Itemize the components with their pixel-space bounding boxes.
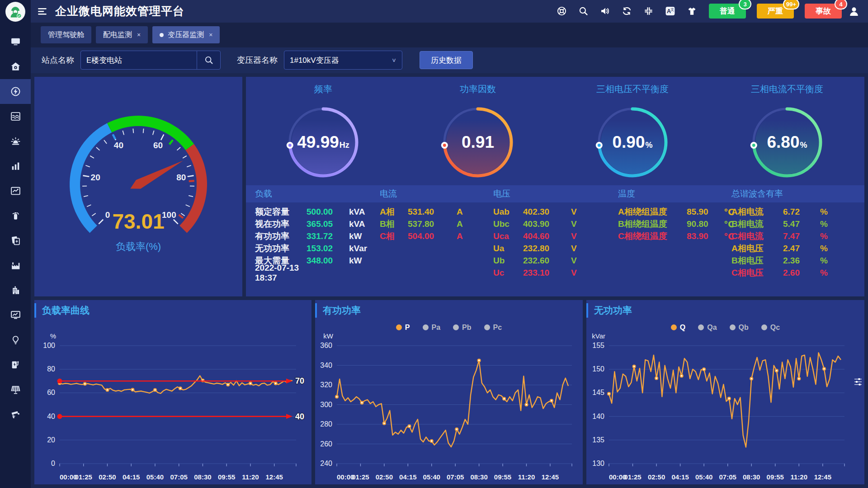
speaker-icon[interactable] <box>600 6 610 16</box>
metric-value: 2.60 <box>783 268 813 278</box>
tab-配电监测[interactable]: 配电监测× <box>96 26 148 43</box>
legend-label: P <box>405 324 410 332</box>
legend-label: Pa <box>432 324 441 332</box>
metric-unit: % <box>820 219 828 229</box>
x-axis-label: 07:05 <box>719 473 736 481</box>
metrics-column: A相531.40AB相537.80AC相504.00A <box>380 206 493 279</box>
trend-chart-icon <box>10 185 21 197</box>
metric-unit: V <box>571 268 577 278</box>
sidebar-item-home-energy[interactable] <box>0 54 31 79</box>
sidebar-item-solar-panel[interactable] <box>0 377 31 402</box>
sidebar-item-cctv-camera[interactable] <box>0 402 31 427</box>
alarm-siren-icon <box>10 136 21 147</box>
compress-icon[interactable] <box>643 6 654 16</box>
y-axis-label: 40 <box>47 413 55 420</box>
alarm-badge-count: 4 <box>835 0 847 9</box>
metric-label: B相电压 <box>731 255 777 267</box>
sidebar-item-building[interactable] <box>0 278 31 303</box>
header: 企业微电网能效管理平台 A文 普通3严重99+事故4 <box>31 0 868 23</box>
sidebar-item-hydro-chart[interactable] <box>0 104 31 129</box>
x-axis-label: 02:50 <box>376 473 393 481</box>
sidebar-item-alarm-siren[interactable] <box>0 129 31 154</box>
alarm-badge-count: 3 <box>739 0 751 9</box>
alarm-badge[interactable]: 严重99+ <box>757 4 794 19</box>
sidebar-item-bulb[interactable] <box>0 328 31 352</box>
metric-row: C相电压2.60% <box>731 267 864 279</box>
help-ring-icon[interactable] <box>557 6 567 16</box>
sidebar-item-factory[interactable] <box>0 253 31 278</box>
legend-label: Pb <box>462 324 471 332</box>
sidebar-item-power-bolt[interactable] <box>0 79 31 104</box>
ring-gauge-title: 频率 <box>246 83 401 96</box>
metric-unit: kVar <box>349 244 367 253</box>
user-icon[interactable] <box>848 5 860 17</box>
legend-dot <box>761 324 767 330</box>
legend-item-Qb[interactable]: Qb <box>730 324 749 332</box>
site-search-input[interactable] <box>81 51 197 69</box>
sidebar-item-report-search[interactable] <box>0 228 31 253</box>
alarm-badge-label: 严重 <box>768 6 783 16</box>
tab-close-icon[interactable]: × <box>209 31 212 38</box>
x-axis-label: 12:45 <box>265 473 283 481</box>
sidebar-item-monitor-dashboard[interactable] <box>0 29 31 54</box>
column-header: 负载 <box>255 188 380 200</box>
search-icon[interactable] <box>578 6 589 16</box>
metric-row: 2022-07-13 18:37 <box>255 267 380 279</box>
metric-row: C相电流7.47% <box>731 230 864 243</box>
metric-value: 232.80 <box>523 244 564 253</box>
x-axis-label: 12:45 <box>814 473 831 481</box>
metric-row: Uab402.30V <box>493 206 618 218</box>
factory-icon <box>10 260 21 271</box>
legend-item-Qc[interactable]: Qc <box>761 324 780 332</box>
legend-item-Pc[interactable]: Pc <box>484 324 502 332</box>
metric-unit: A <box>457 219 463 229</box>
y-axis-label: 150 <box>592 365 604 373</box>
legend-item-Qa[interactable]: Qa <box>698 324 717 332</box>
metric-label: C相电流 <box>731 230 777 242</box>
sidebar-item-trend-chart[interactable] <box>0 178 31 203</box>
alarm-badge[interactable]: 普通3 <box>709 4 746 19</box>
history-data-button[interactable]: 历史数据 <box>420 51 473 69</box>
theme-shirt-icon[interactable] <box>687 6 697 16</box>
alarm-badges: 普通3严重99+事故4 <box>709 4 842 19</box>
datazoom-slider-icon[interactable] <box>854 377 863 387</box>
refresh-icon[interactable] <box>622 6 632 16</box>
reference-line-label: 70 <box>295 376 304 385</box>
metric-unit: % <box>820 207 828 217</box>
sidebar-item-fire-extinguisher[interactable] <box>0 203 31 228</box>
transformer-select[interactable]: 1#10kV变压器 ∨ <box>284 51 402 70</box>
tab-变压器监测[interactable]: 变压器监测× <box>152 26 220 43</box>
sidebar-item-bar-chart[interactable] <box>0 154 31 178</box>
alarm-badge[interactable]: 事故4 <box>805 4 842 19</box>
monitor-dashboard-icon <box>10 36 21 47</box>
cctv-camera-icon <box>10 409 21 420</box>
metric-value: 85.90 <box>687 207 717 217</box>
legend-item-P[interactable]: P <box>396 324 410 332</box>
search-button[interactable] <box>197 51 220 69</box>
sidebar-item-screen-trend[interactable] <box>0 303 31 328</box>
metric-label: A相绕组温度 <box>618 206 680 218</box>
tab-close-icon[interactable]: × <box>137 31 141 38</box>
legend-item-Pb[interactable]: Pb <box>453 324 471 332</box>
app-logo[interactable] <box>5 1 26 22</box>
metric-row: C相504.00A <box>380 230 493 243</box>
menu-toggle-icon[interactable] <box>37 6 48 17</box>
ring-gauge-title: 三相电流不平衡度 <box>710 83 864 96</box>
legend-dot <box>453 324 459 330</box>
line-chart: 020406080100%00:0001:2502:5004:1505:4007… <box>34 321 311 484</box>
legend-dot <box>671 324 677 330</box>
legend-item-Q[interactable]: Q <box>671 324 685 332</box>
legend-item-Pa[interactable]: Pa <box>423 324 441 332</box>
gauge-needle <box>130 161 183 189</box>
sidebar-item-ev-charger[interactable] <box>0 352 31 377</box>
tab-管理驾驶舱[interactable]: 管理驾驶舱 <box>41 26 91 43</box>
x-axis-label: 08:30 <box>470 473 487 481</box>
panel-accent-bar <box>34 303 36 318</box>
translate-icon[interactable]: A文 <box>665 6 675 16</box>
metric-label: C相 <box>380 230 401 242</box>
metric-label: B相绕组温度 <box>618 218 680 230</box>
chart-legend: QQaQbQc <box>586 324 864 332</box>
ring-gauge-title: 功率因数 <box>401 83 555 96</box>
ring-gauges: 频率49.99Hz功率因数0.91三相电压不平衡度0.90%三相电流不平衡度6.… <box>246 77 864 185</box>
page-title: 企业微电网能效管理平台 <box>55 4 184 19</box>
